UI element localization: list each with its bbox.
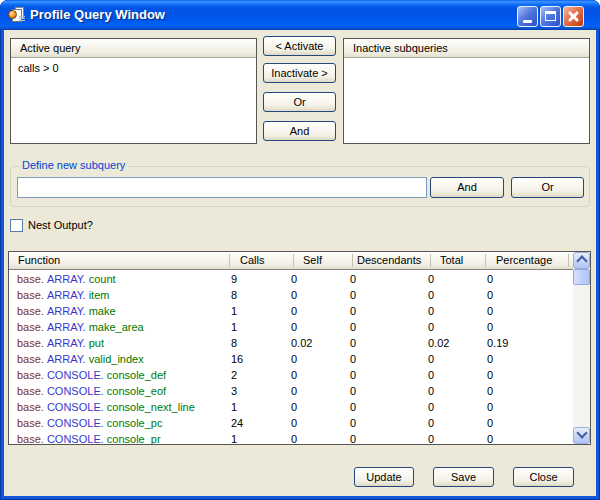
function-class: ARRAY. [47,273,86,285]
save-button[interactable]: Save [433,467,494,487]
column-header-descendants[interactable]: Descendants [357,252,421,269]
cell-descendants: 0 [350,271,356,287]
cell-percentage: 0 [487,367,493,383]
table-row[interactable]: base.CONSOLE.console_eof30000 [9,383,573,399]
scrollbar-thumb[interactable] [573,269,590,285]
cell-percentage: 0 [487,415,493,431]
column-separator [568,254,569,267]
update-button[interactable]: Update [354,467,414,487]
function-cluster: base. [17,305,44,317]
close-button[interactable] [563,6,584,27]
active-query-header: Active query [11,39,256,58]
cell-total: 0 [428,287,434,303]
active-query-item[interactable]: calls > 0 [11,59,256,74]
function-feature: console_pr [107,433,161,444]
table-row[interactable]: base.ARRAY.make_area10000 [9,319,573,335]
inactivate-button[interactable]: Inactivate > [263,63,336,83]
function-class: CONSOLE. [47,369,104,381]
function-cluster: base. [17,369,44,381]
column-header-calls[interactable]: Calls [240,252,264,269]
window-title: Profile Query Window [30,0,165,30]
table-row[interactable]: base.ARRAY.put80.0200.020.19 [9,335,573,351]
function-cell: base.ARRAY.valid_index [17,351,144,367]
table-row[interactable]: base.CONSOLE.console_pr10000 [9,431,573,444]
function-feature: make [89,305,116,317]
cell-self: 0 [291,319,297,335]
cell-self: 0 [291,431,297,444]
table-row[interactable]: base.ARRAY.item80000 [9,287,573,303]
table-row[interactable]: base.ARRAY.make10000 [9,303,573,319]
vertical-scrollbar[interactable] [573,252,590,444]
cell-descendants: 0 [350,383,356,399]
cell-percentage: 0 [487,431,493,444]
cell-percentage: 0.19 [487,335,508,351]
function-class: CONSOLE. [47,385,104,397]
table-row[interactable]: base.CONSOLE.console_pc240000 [9,415,573,431]
column-separator [229,254,230,267]
column-header-percentage[interactable]: Percentage [496,252,552,269]
minimize-button[interactable] [517,6,538,27]
column-separator [485,254,486,267]
cell-self: 0 [291,351,297,367]
and-button[interactable]: And [430,177,504,198]
table-row[interactable]: base.ARRAY.valid_index160000 [9,351,573,367]
nest-output-checkbox[interactable] [10,219,23,232]
cell-descendants: 0 [350,351,356,367]
cell-total: 0 [428,319,434,335]
inactive-subqueries-list[interactable] [344,59,589,143]
function-cluster: base. [17,353,44,365]
column-header-function[interactable]: Function [18,252,60,269]
table-rows: base.ARRAY.count90000base.ARRAY.item8000… [9,271,573,444]
or-button[interactable]: Or [511,177,584,198]
active-query-list[interactable]: calls > 0 [11,59,256,143]
subquery-input[interactable] [17,177,427,198]
function-cluster: base. [17,273,44,285]
function-cell: base.ARRAY.make_area [17,319,144,335]
cell-total: 0 [428,351,434,367]
function-cluster: base. [17,401,44,413]
function-feature: console_pc [107,417,163,429]
function-cluster: base. [17,433,44,444]
function-class: CONSOLE. [47,417,104,429]
cell-calls: 1 [231,303,237,319]
cell-total: 0 [428,431,434,444]
cell-self: 0 [291,399,297,415]
function-cluster: base. [17,385,44,397]
scroll-up-button[interactable] [573,252,590,269]
cell-self: 0 [291,271,297,287]
maximize-button[interactable] [540,6,561,27]
cell-descendants: 0 [350,303,356,319]
cell-calls: 8 [231,335,237,351]
function-cluster: base. [17,289,44,301]
cell-descendants: 0 [350,431,356,444]
function-feature: put [89,337,104,349]
table-row[interactable]: base.ARRAY.count90000 [9,271,573,287]
maximize-icon [545,11,556,21]
function-feature: console_eof [107,385,166,397]
function-cell: base.CONSOLE.console_next_line [17,399,195,415]
function-cluster: base. [17,321,44,333]
column-header-total[interactable]: Total [440,252,463,269]
chevron-down-icon [578,427,585,434]
column-header-self[interactable]: Self [303,252,322,269]
and-combine-button[interactable]: And [263,121,336,141]
cell-calls: 3 [231,383,237,399]
cell-total: 0 [428,303,434,319]
function-class: CONSOLE. [47,401,104,413]
table-row[interactable]: base.CONSOLE.console_def20000 [9,367,573,383]
cell-percentage: 0 [487,399,493,415]
activate-button[interactable]: < Activate [263,36,336,56]
cell-self: 0 [291,287,297,303]
cell-self: 0 [291,415,297,431]
function-cell: base.CONSOLE.console_pc [17,415,162,431]
scroll-down-button[interactable] [573,427,590,444]
cell-percentage: 0 [487,303,493,319]
cell-total: 0 [428,415,434,431]
or-combine-button[interactable]: Or [263,92,336,112]
table-row[interactable]: base.CONSOLE.console_next_line10000 [9,399,573,415]
active-query-panel: Active query calls > 0 [10,38,257,144]
client-area: Active query calls > 0 < Activate Inacti… [4,30,596,496]
cell-percentage: 0 [487,319,493,335]
close-dialog-button[interactable]: Close [513,467,574,487]
cell-calls: 9 [231,271,237,287]
